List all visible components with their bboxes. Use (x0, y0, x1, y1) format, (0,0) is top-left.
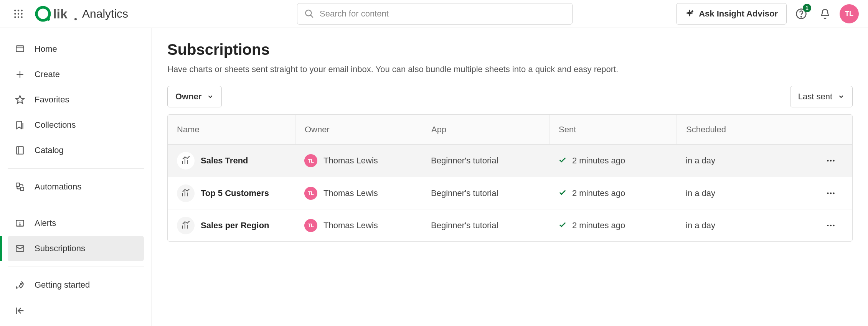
owner-filter-button[interactable]: Owner (167, 86, 222, 107)
svg-rect-24 (20, 187, 24, 191)
alerts-icon (15, 218, 25, 229)
more-actions-button[interactable] (823, 218, 838, 233)
user-avatar[interactable]: TL (840, 4, 859, 23)
column-header-owner[interactable]: Owner (295, 115, 422, 144)
scheduled-time: in a day (686, 221, 715, 231)
svg-point-16 (801, 16, 802, 17)
ask-insight-advisor-button[interactable]: Ask Insight Advisor (676, 3, 787, 25)
qlik-logo[interactable]: lik Analytics (35, 5, 128, 22)
sidebar-item-alerts[interactable]: Alerts (8, 211, 144, 236)
sidebar-item-catalog[interactable]: Catalog (8, 138, 144, 163)
search-input[interactable] (320, 9, 565, 19)
sidebar-item-label: Alerts (35, 218, 56, 228)
sidebar-item-label: Getting started (35, 280, 90, 290)
help-button[interactable]: 1 (792, 5, 810, 23)
svg-point-35 (827, 160, 828, 161)
sort-label: Last sent (798, 92, 832, 102)
svg-point-41 (827, 192, 828, 194)
column-header-sent[interactable]: Sent (549, 115, 677, 144)
app-name: Beginner's tutorial (431, 221, 498, 231)
svg-point-48 (830, 224, 832, 226)
scheduled-time: in a day (686, 188, 715, 198)
svg-point-43 (833, 192, 834, 194)
check-icon (558, 188, 567, 198)
table-row[interactable]: Top 5 Customers TL Thomas Lewis Beginner… (168, 177, 852, 209)
table-row[interactable]: Sales Trend TL Thomas Lewis Beginner's t… (168, 145, 852, 177)
sidebar-item-label: Create (35, 69, 60, 79)
svg-rect-21 (17, 147, 23, 154)
table-row[interactable]: Sales per Region TL Thomas Lewis Beginne… (168, 209, 852, 241)
more-horizontal-icon (826, 156, 836, 166)
sparkle-icon (685, 9, 694, 18)
sidebar-item-collections[interactable]: Collections (8, 112, 144, 138)
chart-icon (177, 217, 195, 234)
sidebar-item-create[interactable]: Create (8, 62, 144, 87)
page-description: Have charts or sheets sent straight to y… (167, 64, 853, 74)
svg-point-10 (47, 18, 50, 21)
sort-button[interactable]: Last sent (790, 86, 853, 107)
svg-point-4 (18, 13, 19, 15)
owner-name: Thomas Lewis (323, 221, 378, 231)
collapse-icon (15, 305, 25, 316)
sidebar-separator (8, 267, 144, 267)
column-header-name[interactable]: Name (168, 115, 295, 144)
svg-point-37 (833, 160, 834, 161)
svg-point-1 (18, 10, 19, 11)
rocket-icon (15, 280, 25, 290)
svg-point-36 (830, 160, 832, 161)
column-header-scheduled[interactable]: Scheduled (677, 115, 804, 144)
svg-rect-23 (16, 183, 20, 186)
svg-point-13 (305, 10, 311, 16)
sidebar: Home Create Favorites Collections (0, 28, 152, 326)
chart-icon (177, 184, 195, 202)
more-actions-button[interactable] (823, 186, 838, 201)
main-content: Subscriptions Have charts or sheets sent… (152, 28, 868, 326)
scheduled-time: in a day (686, 156, 715, 166)
sidebar-item-automations[interactable]: Automations (8, 174, 144, 199)
home-icon (15, 44, 25, 54)
sidebar-item-home[interactable]: Home (8, 36, 144, 62)
sidebar-item-label: Home (35, 44, 57, 54)
notifications-button[interactable] (816, 5, 834, 23)
sidebar-item-label: Subscriptions (35, 244, 85, 254)
app-header: lik Analytics Ask Insight Advisor 1 TL (0, 0, 868, 28)
plus-icon (15, 69, 25, 80)
svg-line-14 (310, 15, 313, 18)
app-launcher-icon[interactable] (9, 5, 28, 23)
toolbar: Owner Last sent (167, 86, 853, 107)
chevron-down-icon (838, 93, 845, 100)
owner-name: Thomas Lewis (323, 156, 378, 166)
search-input-container[interactable] (297, 3, 573, 25)
sidebar-item-label: Favorites (35, 95, 69, 105)
sent-time: 2 minutes ago (572, 221, 625, 231)
catalog-icon (15, 145, 25, 156)
svg-point-47 (827, 224, 828, 226)
column-header-app[interactable]: App (422, 115, 549, 144)
subscription-name: Top 5 Customers (201, 188, 269, 198)
filter-label: Owner (175, 92, 201, 102)
bookmark-icon (15, 120, 25, 130)
chart-icon (177, 152, 195, 170)
app-name: Beginner's tutorial (431, 156, 498, 166)
svg-point-27 (20, 224, 20, 225)
sidebar-item-subscriptions[interactable]: Subscriptions (8, 236, 144, 261)
sidebar-item-label: Automations (35, 182, 81, 192)
more-horizontal-icon (826, 188, 836, 198)
star-icon (15, 94, 25, 105)
more-actions-button[interactable] (823, 153, 838, 168)
owner-name: Thomas Lewis (323, 188, 378, 198)
svg-point-49 (833, 224, 834, 226)
sidebar-item-getting-started[interactable]: Getting started (8, 272, 144, 298)
owner-avatar: TL (304, 219, 317, 232)
check-icon (558, 156, 567, 166)
sidebar-separator (8, 205, 144, 205)
product-name: Analytics (82, 7, 128, 20)
collapse-sidebar-button[interactable] (15, 305, 137, 318)
svg-point-29 (21, 283, 22, 284)
svg-point-0 (14, 10, 16, 11)
sidebar-item-label: Collections (35, 120, 76, 130)
subscription-name: Sales per Region (201, 221, 269, 231)
svg-point-12 (74, 18, 77, 20)
search-icon (304, 9, 314, 19)
sidebar-item-favorites[interactable]: Favorites (8, 87, 144, 112)
